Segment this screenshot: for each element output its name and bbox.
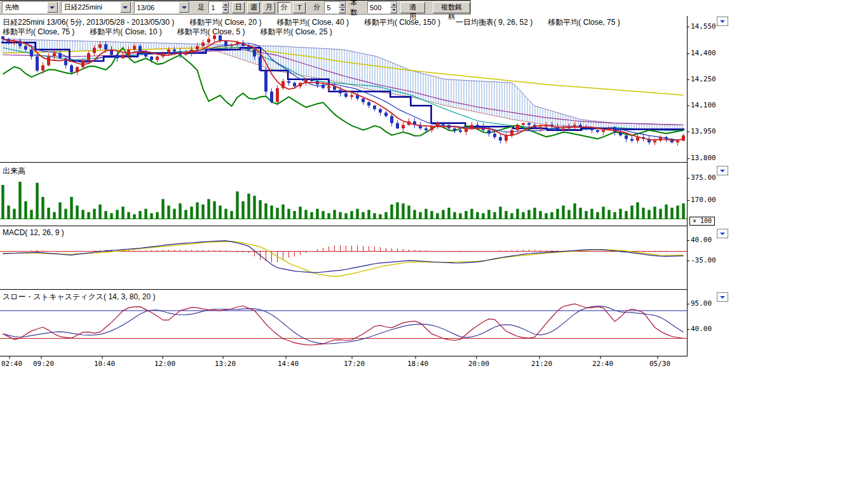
volume-pane-title: 出来高	[3, 166, 25, 177]
volume-axis-label: 375.00	[691, 173, 716, 182]
indicator-label: 移動平均( Close, 75 )	[548, 17, 620, 28]
pane-menu-button[interactable]	[717, 17, 728, 26]
indicator-label: 移動平均( Close, 75 )	[3, 27, 74, 37]
stoch-axis-label: 95.00	[691, 299, 712, 308]
symbol-select[interactable]: 日経225mini	[61, 1, 132, 13]
time-axis-label: 05/30	[649, 360, 670, 368]
time-axis-label: 20:00	[468, 360, 489, 368]
indicator-label: 移動平均( Close, 10 )	[90, 27, 161, 37]
stoch-axis-label: 40.00	[691, 325, 712, 333]
time-axis-label: 17:20	[344, 360, 365, 368]
app-window: 先物 日経225mini 13/06 足 1 日 週 月 分 T 分 5 本数 …	[0, 0, 868, 488]
chevron-down-icon	[720, 296, 725, 301]
period-day-button[interactable]: 日	[232, 2, 245, 13]
chart-legend-line2: 移動平均( Close, 75 )移動平均( Close, 10 )移動平均( …	[3, 27, 332, 37]
contract-month-value: 13/06	[137, 4, 155, 11]
chevron-down-icon[interactable]	[179, 2, 189, 13]
time-axis-label: 02:40	[1, 360, 22, 368]
spinner-arrows-icon[interactable]	[222, 2, 229, 13]
macd-axis-label: -35.00	[691, 256, 716, 264]
time-axis-label: 12:00	[154, 360, 175, 368]
chevron-down-icon	[720, 20, 725, 25]
minute-interval-spinner[interactable]: 5	[324, 1, 346, 13]
volume-multiplier-badge: × 100	[689, 217, 715, 226]
spinner-arrows-icon[interactable]	[390, 2, 397, 13]
stochastics-pane-title: スロー・ストキャスティクス( 14, 3, 80, 20 )	[3, 292, 155, 302]
chevron-down-icon	[720, 170, 725, 175]
market-select-value: 先物	[5, 3, 19, 12]
bar-count-label: 本数	[350, 0, 363, 17]
toolbar: 先物 日経225mini 13/06 足 1 日 週 月 分 T 分 5 本数 …	[0, 0, 471, 15]
minute-label: 分	[313, 3, 320, 12]
chart-canvas	[0, 0, 731, 376]
time-axis-label: 10:40	[94, 360, 115, 368]
pane-menu-button[interactable]	[717, 166, 728, 175]
indicator-label: 移動平均( Close, 150 )	[364, 17, 440, 28]
bar-interval-spinner[interactable]: 1	[208, 1, 229, 13]
bar-interval-value: 1	[211, 4, 215, 11]
bar-type-label: 足	[198, 3, 205, 12]
price-axis-label: 14,400	[691, 49, 716, 57]
indicator-label: 一目均衡表( 9, 26, 52 )	[456, 17, 532, 28]
period-month-button[interactable]: 月	[262, 2, 275, 13]
market-select[interactable]: 先物	[2, 1, 58, 13]
macd-pane-title: MACD( 12, 26, 9 )	[3, 228, 64, 237]
indicator-label: 移動平均( Close, 25 )	[260, 27, 332, 37]
pane-menu-button[interactable]	[717, 229, 728, 238]
spinner-arrows-icon[interactable]	[339, 2, 346, 13]
macd-axis-label: 40.00	[691, 236, 712, 244]
period-minute-button[interactable]: 分	[278, 2, 290, 13]
contract-month-select[interactable]: 13/06	[134, 1, 191, 13]
price-axis-label: 14,100	[691, 101, 716, 109]
period-week-button[interactable]: 週	[247, 2, 260, 13]
chevron-down-icon[interactable]	[120, 2, 131, 13]
minute-interval-value: 5	[327, 4, 330, 11]
multi-symbol-button[interactable]: 複数銘柄	[433, 2, 470, 13]
chevron-down-icon	[720, 233, 725, 238]
time-axis-label: 18:40	[407, 360, 428, 368]
bar-count-value: 500	[370, 4, 381, 11]
time-axis-label: 22:40	[592, 360, 613, 368]
time-axis-label: 09:20	[33, 360, 54, 368]
time-axis-label: 21:20	[531, 360, 552, 368]
indicator-label: 移動平均( Close, 5 )	[177, 27, 245, 37]
pane-menu-button[interactable]	[717, 292, 728, 302]
period-tick-button[interactable]: T	[293, 2, 306, 13]
bar-count-spinner[interactable]: 500	[367, 1, 398, 13]
price-axis-label: 13,950	[691, 127, 716, 135]
volume-axis-label: 170.00	[691, 196, 716, 204]
apply-button[interactable]: 適用	[400, 2, 425, 13]
chevron-down-icon[interactable]	[47, 2, 58, 13]
price-axis-label: 14,550	[691, 22, 716, 30]
symbol-select-value: 日経225mini	[64, 3, 103, 12]
time-axis-label: 13:20	[215, 360, 236, 368]
price-axis-label: 14,250	[691, 75, 716, 83]
price-axis-label: 13,800	[691, 154, 716, 162]
time-axis-label: 14:40	[278, 360, 299, 368]
